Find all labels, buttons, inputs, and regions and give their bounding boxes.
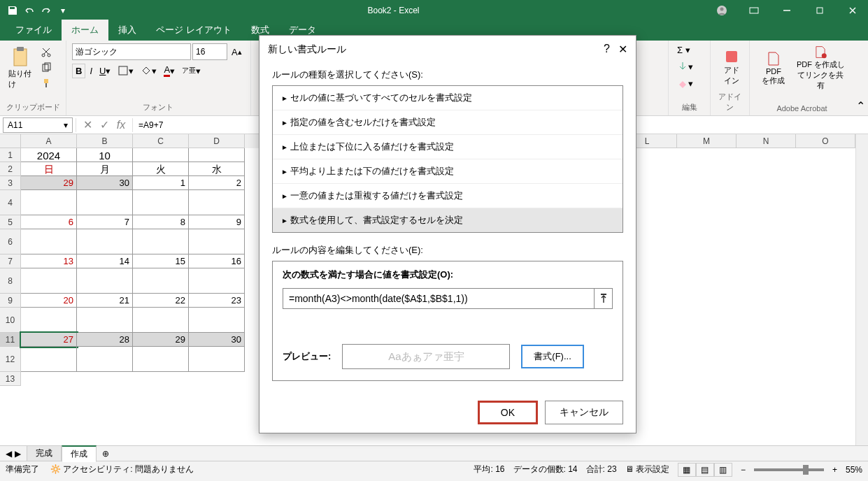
cell-d8[interactable] <box>189 268 245 294</box>
dialog-close-button[interactable]: ✕ <box>618 43 627 56</box>
cell-d1[interactable] <box>189 148 245 162</box>
cell-d5[interactable]: 9 <box>189 215 245 229</box>
col-header-d[interactable]: D <box>189 134 245 148</box>
cell-c5[interactable]: 8 <box>133 215 189 229</box>
addins-button[interactable]: アド イン <box>716 43 747 90</box>
row-header-8[interactable]: 8 <box>0 268 21 294</box>
range-selector-button[interactable] <box>594 289 612 308</box>
cell-d4[interactable] <box>189 190 245 215</box>
cell-a1[interactable]: 2024 <box>21 148 77 162</box>
insert-function-button[interactable]: fx <box>114 118 128 132</box>
cell-b11[interactable]: 28 <box>77 333 133 347</box>
zoom-level[interactable]: 55% <box>846 465 862 475</box>
paste-button[interactable]: 貼り付け <box>6 43 36 92</box>
user-account-button[interactable] <box>711 0 732 21</box>
row-header-6[interactable]: 6 <box>0 229 21 254</box>
tab-file[interactable]: ファイル <box>6 20 62 41</box>
minimize-button[interactable] <box>771 0 802 21</box>
cell-b12[interactable] <box>77 347 133 372</box>
font-size-input[interactable] <box>192 43 227 60</box>
cell-d6[interactable] <box>189 229 245 254</box>
vertical-scrollbar[interactable] <box>855 134 868 445</box>
autosum-button[interactable]: Σ ▾ <box>674 43 704 57</box>
col-header-n[interactable]: N <box>737 134 796 148</box>
maximize-button[interactable] <box>804 0 835 21</box>
row-header-10[interactable]: 10 <box>0 308 21 333</box>
cell-c1[interactable] <box>133 148 189 162</box>
col-header-o[interactable]: O <box>796 134 855 148</box>
nav-next-icon[interactable]: ▶ <box>15 449 21 459</box>
cell-c3[interactable]: 1 <box>133 176 189 190</box>
underline-button[interactable]: U ▾ <box>97 64 113 78</box>
tab-home[interactable]: ホーム <box>62 20 108 41</box>
rule-item-4[interactable]: 一意の値または重複する値だけを書式設定 <box>273 184 622 208</box>
zoom-in-button[interactable]: + <box>832 465 837 475</box>
ribbon-display-button[interactable] <box>738 0 769 21</box>
cell-c12[interactable] <box>133 347 189 372</box>
save-button[interactable] <box>6 3 20 17</box>
rule-item-0[interactable]: セルの値に基づいてすべてのセルを書式設定 <box>273 86 622 110</box>
confirm-formula-button[interactable]: ✓ <box>97 118 111 132</box>
fill-color-button[interactable]: ▾ <box>138 64 159 78</box>
cell-a2[interactable]: 日 <box>21 162 77 176</box>
font-name-input[interactable] <box>72 43 191 60</box>
undo-button[interactable] <box>22 3 36 17</box>
cell-c7[interactable]: 15 <box>133 254 189 268</box>
zoom-slider[interactable] <box>754 468 824 471</box>
cut-button[interactable] <box>38 45 55 59</box>
cell-a10[interactable] <box>21 308 77 333</box>
dialog-help-button[interactable]: ? <box>604 43 610 56</box>
cell-b10[interactable] <box>77 308 133 333</box>
cell-a8[interactable] <box>21 268 77 294</box>
cell-a5[interactable]: 6 <box>21 215 77 229</box>
cell-a11[interactable]: 27 <box>21 333 77 347</box>
col-header-c[interactable]: C <box>133 134 189 148</box>
row-header-12[interactable]: 12 <box>0 347 21 372</box>
view-normal-button[interactable]: ▦ <box>678 463 696 477</box>
nav-prev-icon[interactable]: ◀ <box>6 449 12 459</box>
name-box[interactable]: A11▾ <box>3 117 73 133</box>
clear-button[interactable]: ▾ <box>674 76 704 90</box>
redo-button[interactable] <box>39 3 53 17</box>
row-header-3[interactable]: 3 <box>0 176 21 190</box>
cell-c11[interactable]: 29 <box>133 333 189 347</box>
cell-c4[interactable] <box>133 190 189 215</box>
cell-b9[interactable]: 21 <box>77 294 133 308</box>
rule-item-5[interactable]: 数式を使用して、書式設定するセルを決定 <box>273 208 622 232</box>
cell-b5[interactable]: 7 <box>77 215 133 229</box>
cell-b3[interactable]: 30 <box>77 176 133 190</box>
cell-b7[interactable]: 14 <box>77 254 133 268</box>
rule-item-1[interactable]: 指定の値を含むセルだけを書式設定 <box>273 110 622 135</box>
phonetic-button[interactable]: ア亜▾ <box>179 64 204 78</box>
view-page-layout-button[interactable]: ▤ <box>696 463 714 477</box>
col-header-m[interactable]: M <box>677 134 737 148</box>
cell-c6[interactable] <box>133 229 189 254</box>
select-all-button[interactable] <box>0 134 21 148</box>
qat-dropdown[interactable]: ▾ <box>56 3 70 17</box>
cell-b8[interactable] <box>77 268 133 294</box>
cell-a4[interactable] <box>21 190 77 215</box>
sheet-tab-done[interactable]: 完成 <box>27 445 62 461</box>
cell-a9[interactable]: 20 <box>21 294 77 308</box>
cell-b6[interactable] <box>77 229 133 254</box>
tab-layout[interactable]: ページ レイアウト <box>146 20 241 41</box>
tab-insert[interactable]: 挿入 <box>108 20 146 41</box>
font-color-button[interactable]: A▾ <box>161 63 178 78</box>
cell-d12[interactable] <box>189 347 245 372</box>
cell-a3[interactable]: 29 <box>21 176 77 190</box>
cell-a7[interactable]: 13 <box>21 254 77 268</box>
pdf-create-button[interactable]: PDF を作成 <box>755 43 792 92</box>
format-button[interactable]: 書式(F)... <box>521 345 583 368</box>
col-header-a[interactable]: A <box>21 134 77 148</box>
cell-d10[interactable] <box>189 308 245 333</box>
add-sheet-button[interactable]: ⊕ <box>97 449 115 459</box>
collapse-ribbon-button[interactable]: ⌃ <box>856 99 865 113</box>
copy-button[interactable] <box>38 61 55 75</box>
increase-font-button[interactable]: A▴ <box>229 45 245 59</box>
formula-input-field[interactable] <box>283 289 594 308</box>
cell-b4[interactable] <box>77 190 133 215</box>
format-painter-button[interactable] <box>38 76 55 90</box>
cell-b2[interactable]: 月 <box>77 162 133 176</box>
row-header-13[interactable]: 13 <box>0 372 21 386</box>
row-header-1[interactable]: 1 <box>0 148 21 162</box>
